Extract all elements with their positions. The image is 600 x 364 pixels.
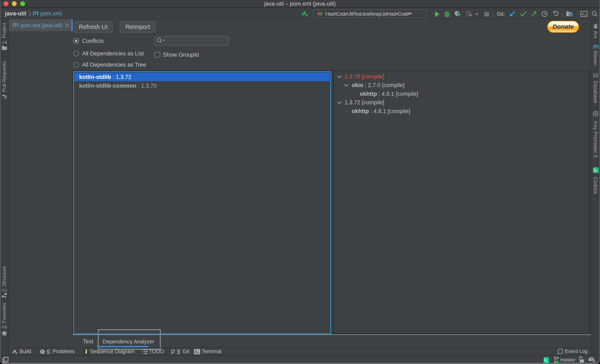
svg-text:?: ? — [591, 357, 593, 361]
